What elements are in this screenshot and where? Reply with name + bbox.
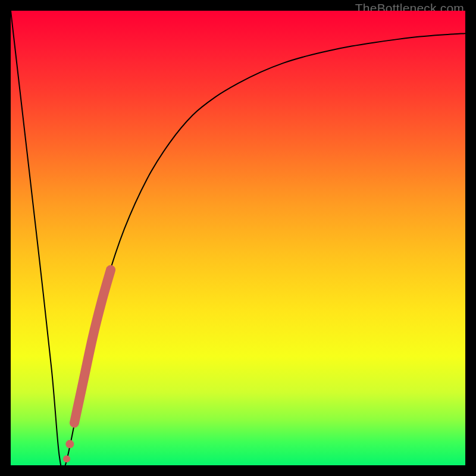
curve-svg (11, 11, 465, 465)
highlight-segment (74, 270, 111, 422)
highlight-dot-lower (63, 455, 70, 462)
highlight-dot-upper (65, 440, 74, 448)
plot-area (11, 11, 465, 465)
chart-frame: TheBottleneck.com (0, 0, 476, 476)
